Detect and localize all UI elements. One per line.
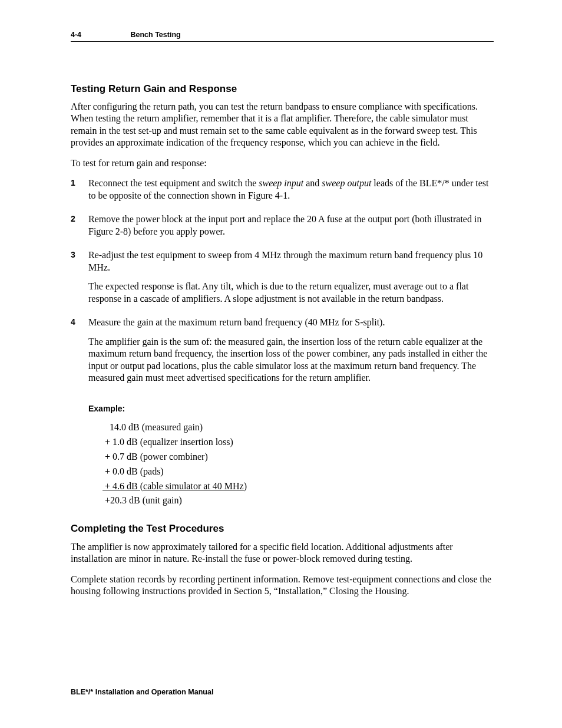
step-item: 4 Measure the gain at the maximum return… — [71, 317, 494, 391]
calc-row: 14.0 dB (measured gain) — [103, 420, 494, 435]
ordered-steps: 1 Reconnect the test equipment and switc… — [71, 177, 494, 391]
text: Reconnect the test equipment and switch … — [88, 178, 259, 188]
paragraph: To test for return gain and response: — [71, 157, 494, 169]
paragraph: Re-adjust the test equipment to sweep fr… — [88, 249, 494, 274]
paragraph: The expected response is flat. Any tilt,… — [88, 281, 494, 305]
calc-row: + 1.0 dB (equalizer insertion loss) — [103, 435, 494, 450]
step-item: 3 Re-adjust the test equipment to sweep … — [71, 249, 494, 312]
paragraph: The amplifier is now approximately tailo… — [71, 541, 494, 565]
step-body: Measure the gain at the maximum return b… — [88, 317, 494, 391]
step-body: Re-adjust the test equipment to sweep fr… — [88, 249, 494, 312]
step-number: 2 — [71, 213, 88, 225]
calc-row: + 0.0 dB (pads) — [103, 465, 494, 479]
calc-row-total: +20.3 dB (unit gain) — [103, 493, 494, 508]
step-item: 1 Reconnect the test equipment and switc… — [71, 177, 494, 209]
paragraph: Complete station records by recording pe… — [71, 574, 494, 598]
calculation: 14.0 dB (measured gain) + 1.0 dB (equali… — [103, 420, 494, 508]
step-number: 3 — [71, 249, 88, 261]
example-block: Example: 14.0 dB (measured gain) + 1.0 d… — [88, 404, 494, 508]
footer-title: BLE*/* Installation and Operation Manual — [71, 688, 213, 696]
example-label: Example: — [88, 404, 494, 414]
paragraph: Measure the gain at the maximum return b… — [88, 317, 494, 328]
step-item: 2 Remove the power block at the input po… — [71, 213, 494, 245]
text: and — [303, 178, 322, 188]
paragraph: Remove the power block at the input port… — [88, 213, 494, 238]
step-number: 4 — [71, 317, 88, 328]
running-header: 4-4 Bench Testing — [71, 31, 494, 42]
section-heading-completing: Completing the Test Procedures — [71, 522, 494, 535]
calc-row-underline: + 4.6 dB (cable simulator at 40 MHz) — [103, 479, 494, 494]
step-body: Remove the power block at the input port… — [88, 213, 494, 245]
italic-term: sweep input — [259, 178, 303, 188]
page: 4-4 Bench Testing Testing Return Gain an… — [0, 0, 562, 728]
italic-term: sweep output — [322, 178, 371, 188]
paragraph: After configuring the return path, you c… — [71, 101, 494, 149]
body-text: After configuring the return path, you c… — [71, 101, 494, 598]
calc-row: + 0.7 dB (power combiner) — [103, 450, 494, 465]
section-heading-return-gain: Testing Return Gain and Response — [71, 83, 494, 95]
paragraph: Reconnect the test equipment and switch … — [88, 177, 494, 202]
running-section-title: Bench Testing — [130, 31, 180, 39]
step-body: Reconnect the test equipment and switch … — [88, 177, 494, 209]
step-number: 1 — [71, 177, 88, 189]
page-number: 4-4 — [71, 31, 128, 39]
paragraph: The amplifier gain is the sum of: the me… — [88, 336, 494, 384]
